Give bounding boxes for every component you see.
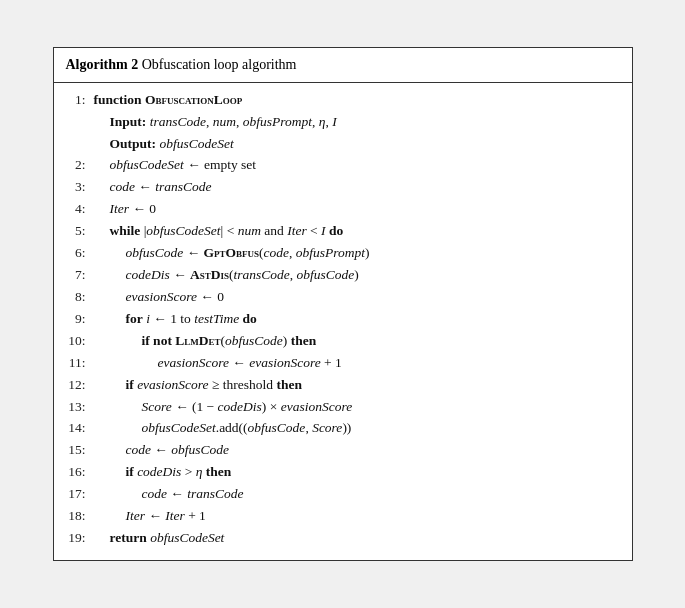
algorithm-line: 19:return obfusCodeSet <box>68 528 618 549</box>
line-number: 7: <box>68 265 94 286</box>
algorithm-line: 18:Iter ← Iter + 1 <box>68 506 618 527</box>
algorithm-label: Algorithm 2 <box>66 57 142 72</box>
line-content: evasionScore ← evasionScore + 1 <box>158 353 618 374</box>
line-number: 19: <box>68 528 94 549</box>
algorithm-line: 1:function ObfuscationLoop <box>68 90 618 111</box>
algorithm-line: Input: transCode, num, obfusPrompt, η, I <box>68 112 618 133</box>
line-content: obfusCodeSet.add((obfusCode, Score)) <box>142 418 618 439</box>
line-number: 4: <box>68 199 94 220</box>
line-number: 14: <box>68 418 94 439</box>
algorithm-line: 7:codeDis ← AstDis(transCode, obfusCode) <box>68 265 618 286</box>
line-content: if not LlmDet(obfusCode) then <box>142 331 618 352</box>
line-content: if evasionScore ≥ threshold then <box>126 375 618 396</box>
line-number: 8: <box>68 287 94 308</box>
line-content: code ← obfusCode <box>126 440 618 461</box>
algorithm-line: 2:obfusCodeSet ← empty set <box>68 155 618 176</box>
algorithm-title: Obfuscation loop algorithm <box>142 57 297 72</box>
line-number: 13: <box>68 397 94 418</box>
algorithm-box: Algorithm 2 Obfuscation loop algorithm 1… <box>53 47 633 561</box>
line-content: Input: transCode, num, obfusPrompt, η, I <box>110 112 618 133</box>
algorithm-line: 15:code ← obfusCode <box>68 440 618 461</box>
line-number: 15: <box>68 440 94 461</box>
algorithm-line: 9:for i ← 1 to testTime do <box>68 309 618 330</box>
line-number: 2: <box>68 155 94 176</box>
algorithm-header: Algorithm 2 Obfuscation loop algorithm <box>54 48 632 83</box>
line-number: 17: <box>68 484 94 505</box>
line-content: code ← transCode <box>110 177 618 198</box>
line-content: evasionScore ← 0 <box>126 287 618 308</box>
line-number: 11: <box>68 353 94 374</box>
algorithm-line: 8:evasionScore ← 0 <box>68 287 618 308</box>
algorithm-line: 6:obfusCode ← GptObfus(code, obfusPrompt… <box>68 243 618 264</box>
algorithm-line: 12:if evasionScore ≥ threshold then <box>68 375 618 396</box>
algorithm-line: 16:if codeDis > η then <box>68 462 618 483</box>
line-number: 9: <box>68 309 94 330</box>
line-number: 16: <box>68 462 94 483</box>
algorithm-body: 1:function ObfuscationLoopInput: transCo… <box>54 83 632 560</box>
algorithm-line: 11:evasionScore ← evasionScore + 1 <box>68 353 618 374</box>
algorithm-line: 4:Iter ← 0 <box>68 199 618 220</box>
line-content: if codeDis > η then <box>126 462 618 483</box>
line-content: obfusCode ← GptObfus(code, obfusPrompt) <box>126 243 618 264</box>
line-content: code ← transCode <box>142 484 618 505</box>
line-number: 5: <box>68 221 94 242</box>
line-number: 18: <box>68 506 94 527</box>
line-content: for i ← 1 to testTime do <box>126 309 618 330</box>
line-number: 6: <box>68 243 94 264</box>
line-content: Output: obfusCodeSet <box>110 134 618 155</box>
line-number: 3: <box>68 177 94 198</box>
line-content: while |obfusCodeSet| < num and Iter < I … <box>110 221 618 242</box>
line-content: codeDis ← AstDis(transCode, obfusCode) <box>126 265 618 286</box>
line-number: 12: <box>68 375 94 396</box>
line-content: return obfusCodeSet <box>110 528 618 549</box>
algorithm-line: Output: obfusCodeSet <box>68 134 618 155</box>
line-number: 1: <box>68 90 94 111</box>
line-content: Iter ← 0 <box>110 199 618 220</box>
algorithm-line: 14:obfusCodeSet.add((obfusCode, Score)) <box>68 418 618 439</box>
algorithm-line: 5:while |obfusCodeSet| < num and Iter < … <box>68 221 618 242</box>
algorithm-line: 10:if not LlmDet(obfusCode) then <box>68 331 618 352</box>
algorithm-line: 13:Score ← (1 − codeDis) × evasionScore <box>68 397 618 418</box>
line-number: 10: <box>68 331 94 352</box>
line-content: function ObfuscationLoop <box>94 90 618 111</box>
algorithm-line: 3:code ← transCode <box>68 177 618 198</box>
line-content: obfusCodeSet ← empty set <box>110 155 618 176</box>
algorithm-line: 17:code ← transCode <box>68 484 618 505</box>
line-content: Iter ← Iter + 1 <box>126 506 618 527</box>
line-content: Score ← (1 − codeDis) × evasionScore <box>142 397 618 418</box>
